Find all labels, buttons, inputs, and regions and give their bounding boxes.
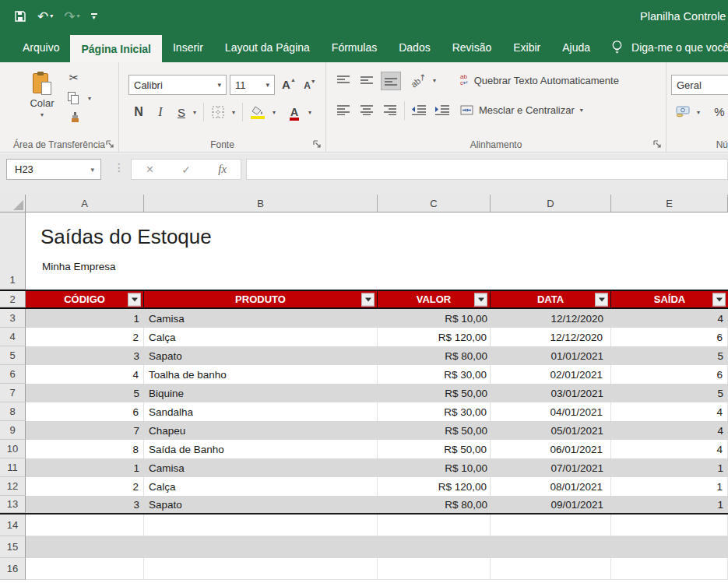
row-header-5[interactable]: 5 <box>0 346 26 365</box>
empty-cell[interactable] <box>611 515 728 536</box>
row-header-1[interactable]: 1 <box>0 212 26 290</box>
tab-dados[interactable]: Dados <box>388 33 441 62</box>
title-cells[interactable]: Saídas do EstoqueMinha Empresa <box>26 212 728 290</box>
cell-codigo[interactable]: 3 <box>26 346 144 365</box>
row-header-9[interactable]: 9 <box>0 421 26 440</box>
row-header-6[interactable]: 6 <box>0 365 26 384</box>
redo-button[interactable]: ↷ ▾ <box>64 10 79 23</box>
cell-produto[interactable]: Calça <box>144 477 378 496</box>
cell-saida[interactable]: 1 <box>611 496 728 513</box>
cell-data[interactable]: 01/01/2021 <box>491 346 611 365</box>
cell-saida[interactable]: 5 <box>611 384 728 402</box>
align-left-button[interactable] <box>334 101 353 118</box>
column-header-C[interactable]: C <box>378 195 491 212</box>
cell-codigo[interactable]: 8 <box>26 440 144 458</box>
merge-center-button[interactable]: Mesclar e Centralizar ▾ <box>460 100 583 120</box>
orientation-button[interactable]: ab↗ <box>409 72 429 89</box>
font-color-caret[interactable]: ▾ <box>306 107 314 117</box>
cell-saida[interactable]: 4 <box>611 440 728 458</box>
cancel-button[interactable]: × <box>132 163 168 177</box>
empty-cell[interactable] <box>611 558 728 580</box>
filter-button-data[interactable] <box>595 293 608 306</box>
align-middle-button[interactable] <box>357 72 376 89</box>
cell-valor[interactable]: R$ 80,00 <box>378 496 491 513</box>
cell-codigo[interactable]: 6 <box>26 402 144 421</box>
cell-codigo[interactable]: 4 <box>26 365 144 384</box>
cell-saida[interactable]: 1 <box>611 477 728 496</box>
empty-cell[interactable] <box>26 515 144 536</box>
enter-button[interactable]: ✓ <box>168 163 205 176</box>
cell-data[interactable]: 04/01/2021 <box>491 402 611 421</box>
align-center-button[interactable] <box>357 101 376 118</box>
cell-data[interactable]: 02/01/2021 <box>491 365 611 384</box>
accounting-format-button[interactable] <box>673 103 693 120</box>
table-header-código[interactable]: CÓDIGO <box>26 291 144 307</box>
grow-font-button[interactable]: A ▲ <box>280 76 298 93</box>
cell-data[interactable]: 08/01/2021 <box>491 477 611 496</box>
cell-codigo[interactable]: 1 <box>26 458 144 477</box>
increase-indent-button[interactable] <box>432 101 452 118</box>
row-header-15[interactable]: 15 <box>0 536 26 558</box>
cell-valor[interactable]: R$ 50,00 <box>378 440 491 458</box>
row-header-13[interactable]: 13 <box>0 496 26 513</box>
tab-p-gina-inicial[interactable]: Página Inicial <box>70 35 161 62</box>
cell-valor[interactable]: R$ 50,00 <box>378 384 491 402</box>
cell-produto[interactable]: Sandalha <box>144 402 378 421</box>
cut-button[interactable]: ✂ <box>65 70 83 86</box>
clipboard-dialog-launcher[interactable] <box>106 140 115 149</box>
cell-codigo[interactable]: 7 <box>26 421 144 440</box>
table-header-saída[interactable]: SAÍDA <box>611 291 728 307</box>
column-header-D[interactable]: D <box>491 195 611 212</box>
cell-saida[interactable]: 1 <box>611 458 728 477</box>
cell-valor[interactable]: R$ 10,00 <box>378 458 491 477</box>
name-box[interactable]: H23 ▾ <box>6 159 101 180</box>
cell-produto[interactable]: Toalha de banho <box>144 365 378 384</box>
row-header-11[interactable]: 11 <box>0 458 26 477</box>
alignment-dialog-launcher[interactable] <box>653 140 663 149</box>
tab-f-rmulas[interactable]: Fórmulas <box>321 33 388 62</box>
format-painter-button[interactable] <box>67 111 84 125</box>
font-family-combo[interactable]: Calibri ▾ <box>128 75 227 95</box>
cell-produto[interactable]: Calça <box>144 328 378 346</box>
font-color-button[interactable]: A <box>286 103 303 121</box>
fill-color-caret[interactable]: ▾ <box>270 107 278 117</box>
cell-codigo[interactable]: 1 <box>26 309 144 328</box>
row-header-3[interactable]: 3 <box>0 309 26 328</box>
tab-arquivo[interactable]: Arquivo <box>12 33 70 62</box>
cell-saida[interactable]: 4 <box>611 402 728 421</box>
cell-valor[interactable]: R$ 120,00 <box>378 328 491 346</box>
cell-valor[interactable]: R$ 10,00 <box>378 309 491 328</box>
filter-button-produto[interactable] <box>361 293 375 306</box>
empty-row-band[interactable] <box>26 536 728 558</box>
cell-produto[interactable]: Camisa <box>144 309 378 328</box>
wrap-text-button[interactable]: abc↵ Quebrar Texto Automaticamente <box>460 70 619 90</box>
underline-button[interactable]: S <box>174 103 189 121</box>
cell-produto[interactable]: Chapeu <box>144 421 378 440</box>
decrease-indent-button[interactable] <box>409 101 429 118</box>
cell-valor[interactable]: R$ 50,00 <box>378 421 491 440</box>
row-header-10[interactable]: 10 <box>0 440 26 458</box>
empty-cell[interactable] <box>491 515 611 536</box>
cell-produto[interactable]: Biquine <box>144 384 378 402</box>
percent-style-button[interactable]: % <box>710 103 728 120</box>
row-header-2[interactable]: 2 <box>0 291 26 307</box>
empty-cell[interactable] <box>491 558 611 580</box>
underline-caret[interactable]: ▾ <box>191 107 199 117</box>
cell-data[interactable]: 06/01/2021 <box>491 440 611 458</box>
cell-data[interactable]: 05/01/2021 <box>491 421 611 440</box>
row-header-16[interactable]: 16 <box>0 558 26 580</box>
row-header-4[interactable]: 4 <box>0 328 26 346</box>
tab-revis-o[interactable]: Revisão <box>441 33 503 62</box>
cell-data[interactable]: 07/01/2021 <box>491 458 611 477</box>
copy-caret[interactable]: ▾ <box>86 93 93 103</box>
cell-produto[interactable]: Sapato <box>144 346 378 365</box>
row-header-12[interactable]: 12 <box>0 477 26 496</box>
select-all-corner[interactable] <box>0 195 26 212</box>
column-header-E[interactable]: E <box>611 195 728 212</box>
bold-button[interactable]: N <box>130 103 147 121</box>
cell-produto[interactable]: Saída de Banho <box>144 440 378 458</box>
empty-cell[interactable] <box>144 558 378 580</box>
table-header-data[interactable]: DATA <box>491 291 611 307</box>
tell-me-box[interactable]: Diga-me o que você deseja fazer <box>610 33 728 62</box>
align-bottom-button[interactable] <box>381 72 401 90</box>
